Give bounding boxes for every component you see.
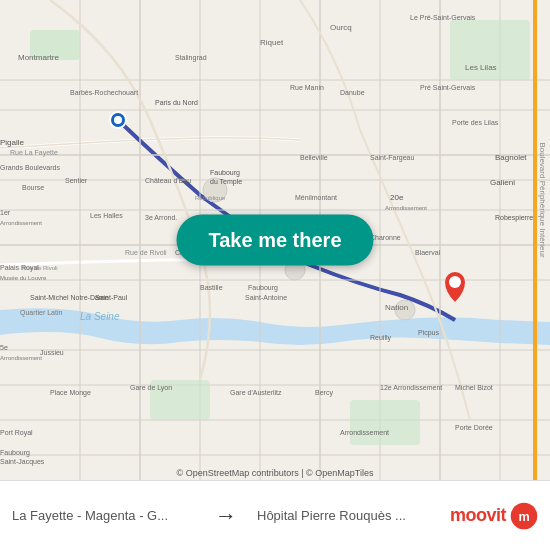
svg-text:La Seine: La Seine (80, 311, 120, 322)
svg-text:1er: 1er (0, 209, 11, 216)
svg-text:Danube: Danube (340, 89, 365, 96)
svg-text:Stalingrad: Stalingrad (175, 54, 207, 62)
svg-text:5e: 5e (0, 344, 8, 351)
footer: La Fayette - Magenta - G... → Hôpital Pi… (0, 480, 550, 550)
svg-text:Bercy: Bercy (315, 389, 333, 397)
svg-text:Blaerval: Blaerval (415, 249, 441, 256)
svg-text:Ourcq: Ourcq (330, 23, 352, 32)
svg-text:m: m (518, 509, 529, 523)
svg-text:Montmartre: Montmartre (18, 53, 59, 62)
map-attribution: © OpenStreetMap contributors | © OpenMap… (0, 468, 550, 478)
svg-text:Bastille: Bastille (200, 284, 223, 291)
origin-label: La Fayette - Magenta - G... (12, 508, 205, 523)
svg-text:Gare de Lyon: Gare de Lyon (130, 384, 172, 392)
take-me-there-button[interactable]: Take me there (176, 215, 373, 266)
svg-text:Ménilmontant: Ménilmontant (295, 194, 337, 201)
svg-text:Charonne: Charonne (370, 234, 401, 241)
svg-text:Le Pré-Saint-Gervais: Le Pré-Saint-Gervais (410, 14, 476, 21)
svg-point-96 (449, 276, 461, 288)
svg-text:Rue Manin: Rue Manin (290, 84, 324, 91)
svg-text:Barbès-Rochechouart: Barbès-Rochechouart (70, 89, 138, 96)
svg-text:Saint-Fargeau: Saint-Fargeau (370, 154, 414, 162)
svg-text:Faubourg: Faubourg (0, 449, 30, 457)
svg-text:Arrondissement: Arrondissement (340, 429, 389, 436)
svg-text:Robespierre: Robespierre (495, 214, 533, 222)
svg-text:Pré Saint-Gervais: Pré Saint-Gervais (420, 84, 476, 91)
svg-rect-27 (350, 400, 420, 445)
svg-text:Arrondissement: Arrondissement (0, 220, 42, 226)
svg-text:Saint-Jacques: Saint-Jacques (0, 458, 45, 466)
moovit-logo: moovit m (450, 502, 538, 530)
svg-text:Gare d'Austerlitz: Gare d'Austerlitz (230, 389, 282, 396)
svg-text:Saint-Paul: Saint-Paul (95, 294, 128, 301)
svg-text:Les Lilas: Les Lilas (465, 63, 497, 72)
svg-text:Saint-Antoine: Saint-Antoine (245, 294, 287, 301)
footer-origin: La Fayette - Magenta - G... (12, 508, 205, 523)
footer-arrow: → (205, 503, 247, 529)
svg-point-95 (114, 116, 122, 124)
svg-text:Pigalle: Pigalle (0, 138, 25, 147)
svg-text:Jussieu: Jussieu (40, 349, 64, 356)
svg-text:Bagnolet: Bagnolet (495, 153, 527, 162)
svg-text:Boulevard Périphérique Intérie: Boulevard Périphérique Intérieur (538, 142, 547, 258)
svg-text:Picpus: Picpus (418, 329, 440, 337)
footer-destination: Hôpital Pierre Rouquès ... (247, 508, 450, 523)
svg-text:Arrondissement: Arrondissement (385, 205, 427, 211)
svg-text:Rue de Rivoli: Rue de Rivoli (125, 249, 167, 256)
svg-text:Rue La Fayette: Rue La Fayette (10, 149, 58, 157)
svg-text:Place Monge: Place Monge (50, 389, 91, 397)
svg-text:Nation: Nation (385, 303, 408, 312)
svg-text:Belleville: Belleville (300, 154, 328, 161)
svg-text:Michel Bizot: Michel Bizot (455, 384, 493, 391)
svg-text:Arrondissement: Arrondissement (0, 355, 42, 361)
svg-text:Grands Boulevards: Grands Boulevards (0, 164, 60, 171)
svg-text:Bourse: Bourse (22, 184, 44, 191)
svg-text:Galieni: Galieni (490, 178, 515, 187)
svg-text:Quartier Latin: Quartier Latin (20, 309, 63, 317)
svg-text:Faubourg: Faubourg (248, 284, 278, 292)
svg-text:Porte Dorée: Porte Dorée (455, 424, 493, 431)
map-container: Boulevard Périphérique Intérieur Montmar… (0, 0, 550, 480)
svg-text:12e Arrondissement: 12e Arrondissement (380, 384, 442, 391)
svg-text:du Temple: du Temple (210, 178, 242, 186)
svg-text:Faubourg: Faubourg (210, 169, 240, 177)
svg-text:Riquet: Riquet (260, 38, 284, 47)
svg-text:3e Arrond.: 3e Arrond. (145, 214, 177, 221)
svg-text:Port Royal: Port Royal (0, 429, 33, 437)
svg-text:Reuilly: Reuilly (370, 334, 392, 342)
svg-text:20e: 20e (390, 193, 404, 202)
svg-text:Rue de Rivoli: Rue de Rivoli (22, 265, 58, 271)
svg-text:République: République (195, 195, 226, 201)
svg-text:Paris du Nord: Paris du Nord (155, 99, 198, 106)
svg-text:Les Halles: Les Halles (90, 212, 123, 219)
destination-label: Hôpital Pierre Rouquès ... (257, 508, 450, 523)
svg-text:Porte des Lilas: Porte des Lilas (452, 119, 499, 126)
moovit-icon: m (510, 502, 538, 530)
svg-text:Château d'Eau: Château d'Eau (145, 177, 191, 184)
svg-text:Sentier: Sentier (65, 177, 88, 184)
svg-text:Musée du Louvre: Musée du Louvre (0, 275, 47, 281)
moovit-text: moovit (450, 505, 506, 526)
